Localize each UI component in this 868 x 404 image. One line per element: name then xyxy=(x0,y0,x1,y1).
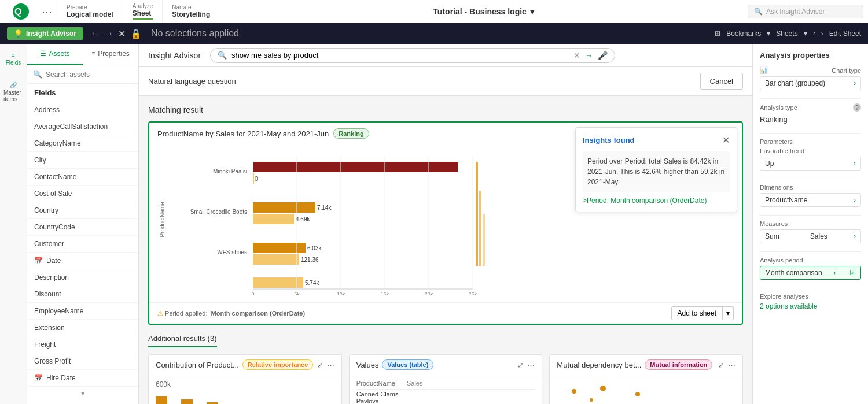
svg-text:4.69k: 4.69k xyxy=(296,216,310,223)
insight-advisor-button[interactable]: 💡 Insight Advisor xyxy=(7,27,83,40)
field-grossprofit[interactable]: Gross Profit xyxy=(27,353,138,370)
clear-search-icon[interactable]: ✕ xyxy=(573,51,580,60)
fields-icon: ≡ xyxy=(12,52,15,58)
ask-insight-advisor-box[interactable]: 🔍 Ask Insight Advisor xyxy=(748,5,863,18)
more-menu-icon[interactable]: ⋯ xyxy=(37,5,57,18)
field-city[interactable]: City xyxy=(27,152,138,169)
tab-assets[interactable]: ☰ Assets xyxy=(27,44,83,65)
mic-icon[interactable]: 🎤 xyxy=(598,51,608,60)
main-layout: ≡ Fields 🔗 Master items ☰ Assets ≡ Prope… xyxy=(0,44,868,404)
additional-card-2-header: Values Values (table) ⤢ ⋯ xyxy=(350,355,542,375)
favorable-trend-value[interactable]: Up › xyxy=(760,157,861,171)
svg-text:Minnki Päälsi: Minnki Päälsi xyxy=(213,168,247,175)
more-card1-icon[interactable]: ⋯ xyxy=(327,361,334,369)
dimension-productname[interactable]: ProductName › xyxy=(760,193,861,207)
prev-sheet-icon[interactable]: ‹ xyxy=(813,29,815,38)
field-contactname[interactable]: ContactName xyxy=(27,169,138,186)
chart-type-value[interactable]: Bar chart (grouped) › xyxy=(760,76,861,90)
nav-fields[interactable]: ≡ Fields xyxy=(2,49,25,69)
insights-close-icon[interactable]: ✕ xyxy=(722,135,730,146)
parameters-label: Parameters xyxy=(760,138,861,145)
right-panel: Analysis properties 📊 Chart type Bar cha… xyxy=(752,44,868,404)
help-icon[interactable]: ? xyxy=(853,103,861,112)
top-nav: Q ⋯ Prepare Logical model Analyze Sheet … xyxy=(0,0,868,23)
search-icon: 🔍 xyxy=(754,8,763,16)
expand-card2-icon[interactable]: ⤢ xyxy=(517,361,524,369)
cancel-button[interactable]: Cancel xyxy=(700,73,743,90)
explore-link[interactable]: 2 options available xyxy=(760,302,861,310)
period-checkbox[interactable]: ☑ xyxy=(849,269,856,277)
qlik-logo: Q xyxy=(12,2,30,21)
svg-text:25k: 25k xyxy=(469,291,477,295)
fields-header: Fields xyxy=(27,84,138,102)
clear-selections-icon[interactable]: ✕ xyxy=(118,28,126,39)
values-title: Values xyxy=(356,361,379,369)
more-card2-icon[interactable]: ⋯ xyxy=(527,361,535,369)
bar-croc-may xyxy=(253,214,294,224)
analyze-value: Sheet xyxy=(133,9,153,17)
expand-card1-icon[interactable]: ⤢ xyxy=(317,361,323,369)
field-freight[interactable]: Freight xyxy=(27,336,138,353)
sheets-label[interactable]: Sheets xyxy=(776,29,797,38)
selection-forward-icon[interactable]: → xyxy=(104,28,113,39)
search-box: 🔍 xyxy=(27,65,138,84)
nav-master-items[interactable]: 🔗 Master items xyxy=(0,79,27,106)
edit-sheet-label[interactable]: Edit Sheet xyxy=(829,29,861,38)
nav-analyze[interactable]: Analyze Sheet xyxy=(123,0,163,23)
field-averagecall[interactable]: AverageCallSatisfaction xyxy=(27,118,138,135)
next-sheet-icon[interactable]: › xyxy=(821,29,823,38)
svg-point-31 xyxy=(572,389,576,394)
mutual-badge: Mutual information xyxy=(645,359,712,370)
nav-narrate[interactable]: Narrate Storytelling xyxy=(162,0,219,23)
field-discount[interactable]: Discount xyxy=(27,286,138,303)
nav-right: 🔍 Ask Insight Advisor xyxy=(748,5,863,18)
sheets-chevron-icon: ▾ xyxy=(804,29,807,38)
field-employeename[interactable]: EmployeeName xyxy=(27,303,138,320)
field-address[interactable]: Address xyxy=(27,102,138,118)
lock-icon[interactable]: 🔒 xyxy=(130,28,142,39)
svg-text:5k: 5k xyxy=(294,291,300,295)
submit-search-icon[interactable]: → xyxy=(585,51,593,60)
expand-card3-icon[interactable]: ⤢ xyxy=(718,361,724,369)
field-customer[interactable]: Customer xyxy=(27,236,138,253)
search-input[interactable] xyxy=(46,71,133,79)
field-extension[interactable]: Extension xyxy=(27,320,138,336)
measure-row[interactable]: Sum Sales › xyxy=(760,229,861,243)
matching-result-title: Matching result xyxy=(148,105,743,114)
field-hiredate[interactable]: 📅 Hire Date xyxy=(27,370,138,387)
selection-back-icon[interactable]: ← xyxy=(90,28,100,39)
more-card3-icon[interactable]: ⋯ xyxy=(728,361,735,369)
field-categoryname[interactable]: CategoryName xyxy=(27,135,138,152)
ia-search-input[interactable] xyxy=(231,51,569,60)
chart-type-section: 📊 Chart type Bar chart (grouped) › xyxy=(760,66,861,90)
field-date[interactable]: 📅 Date xyxy=(27,253,138,269)
toolbar2-icons: ← → ✕ 🔒 No selections applied xyxy=(90,28,239,39)
svg-text:15k: 15k xyxy=(381,291,389,295)
nlq-title: Natural language question xyxy=(148,77,236,86)
insight-link[interactable]: >Period: Month comparison (OrderDate) xyxy=(583,197,730,205)
svg-rect-30 xyxy=(483,214,485,266)
app-title[interactable]: Tutorial - Business logic ▾ xyxy=(433,7,534,16)
prepare-label: Prepare xyxy=(67,4,113,10)
svg-text:0: 0 xyxy=(255,176,258,182)
nav-prepare[interactable]: Prepare Logical model xyxy=(57,0,123,23)
analysis-period-value[interactable]: Month comparison › ☑ xyxy=(760,266,861,280)
field-description[interactable]: Description xyxy=(27,269,138,286)
chevron-down-icon: ▾ xyxy=(767,29,770,38)
chevron-down-icon: ▾ xyxy=(81,389,85,398)
search-icon: 🔍 xyxy=(33,70,42,79)
tab-properties[interactable]: ≡ Properties xyxy=(83,44,138,65)
field-countrycode[interactable]: CountryCode xyxy=(27,219,138,236)
field-country[interactable]: Country xyxy=(27,202,138,219)
insights-panel: Insights found ✕ Period over Period: tot… xyxy=(575,127,737,212)
add-to-sheet-dropdown[interactable]: ▾ xyxy=(723,306,734,320)
field-costofsale[interactable]: Cost of Sale xyxy=(27,186,138,202)
svg-rect-28 xyxy=(476,162,478,266)
favorable-trend-label: Favorable trend xyxy=(760,147,861,154)
add-to-sheet-button[interactable]: Add to sheet xyxy=(671,306,723,320)
bar-fourth-may xyxy=(253,277,303,288)
logo: Q xyxy=(5,2,37,21)
svg-rect-29 xyxy=(479,191,481,266)
bookmarks-label[interactable]: Bookmarks xyxy=(726,29,761,38)
fields-nav-label: Fields xyxy=(6,60,21,66)
